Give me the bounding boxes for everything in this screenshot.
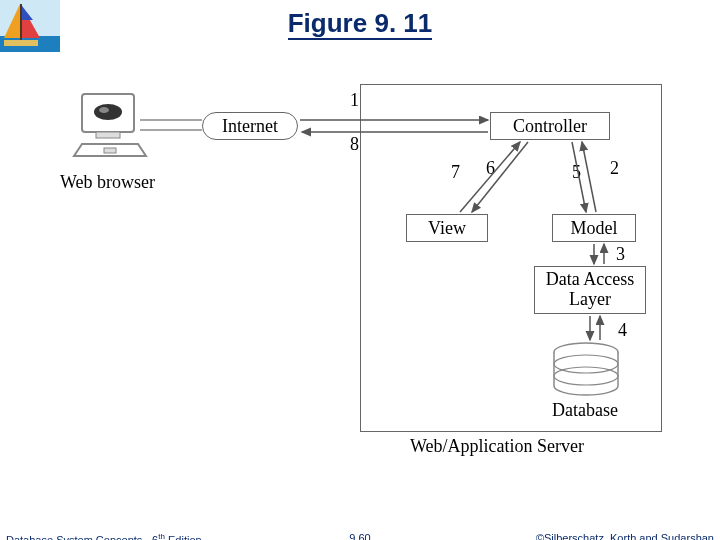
footer-book-a: Database System Concepts - 6 [6,534,158,540]
svg-line-20 [460,142,520,212]
diagram-arrows [60,80,680,480]
svg-line-21 [472,142,528,212]
footer-th: th [158,532,165,540]
footer-copyright: ©Silberschatz, Korth and Sudarshan [536,532,714,540]
footer-book: Database System Concepts - 6th Edition [6,532,202,540]
title-number: 9. 11 [374,8,432,38]
slide-title: Figure 9. 11 [0,8,720,39]
svg-rect-2 [4,40,38,46]
mvc-diagram: Web browser Internet Controller View Mod… [60,80,680,480]
footer-page: 9.60 [349,532,370,540]
footer-book-b: Edition [165,534,202,540]
title-prefix: Figure [288,8,367,38]
